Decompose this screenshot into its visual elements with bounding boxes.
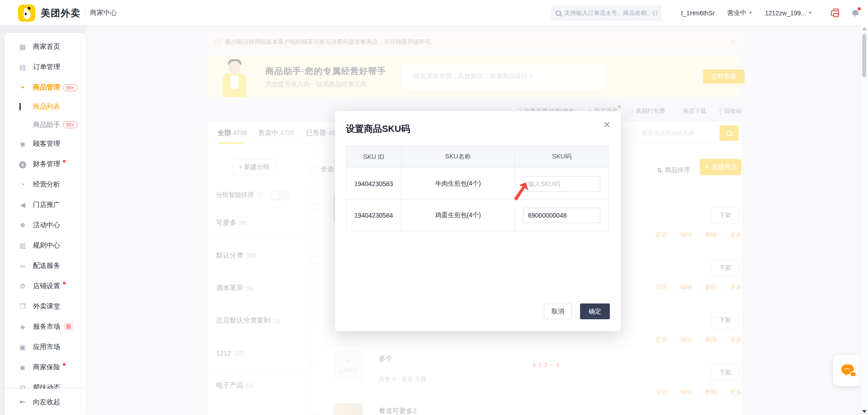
confirm-button[interactable]: 确定 [580,303,610,319]
username-text[interactable]: t_1Hm6thSr [681,9,715,17]
scroll-down-arrow-icon[interactable] [862,410,867,413]
search-icon [556,10,561,16]
document-icon: ▤ [18,63,27,71]
yen-coin-icon: ¥ [18,160,27,168]
sku-row: 19404230583 牛肉生煎包(4个) [346,168,609,199]
sidebar-item-service-market[interactable]: ◈ 服务市场 新 [5,317,86,337]
sidebar-item-insurance[interactable]: ◙ 商家保险 [5,357,86,378]
alert-dot [63,363,66,366]
store-switcher-dropdown[interactable]: 1212zw_199... [765,9,812,17]
sidebar-item-products[interactable]: ◓ 商品管理 99+ [5,77,86,98]
sku-id: 19404230583 [346,168,401,199]
sku-code-input[interactable] [523,208,600,223]
sidebar-item-classroom[interactable]: ❐ 外卖课堂 [5,296,86,317]
alert-dot [63,282,66,284]
global-search-input[interactable]: 支持输入订单流水号、商品名称、订单 [551,5,662,21]
global-search-placeholder: 支持输入订单流水号、商品名称、订单 [564,9,657,17]
business-status-dropdown[interactable]: 营业中 [727,9,752,17]
sku-table: SKU ID SKU名称 SKU码 19404230583 牛肉生煎包(4个) … [346,145,609,231]
sku-row: 19404230584 鸡蛋生煎包(4个) [346,199,609,231]
sku-table-header: SKU ID SKU名称 SKU码 [346,146,609,168]
app-window: 美团外卖 商家中心 支持输入订单流水号、商品名称、订单 t_1Hm6thSr 营… [0,0,868,415]
page-scrollbar[interactable] [860,26,868,415]
notification-bell[interactable] [851,9,860,18]
cloche-icon: ◓ [18,84,27,91]
pie-chart-icon: ◔ [18,181,27,188]
diamond-box-icon: ◈ [18,323,27,331]
sidebar-item-finance[interactable]: ¥ 财务管理 [5,154,86,174]
sku-id: 19404230584 [346,199,401,231]
sidebar-item-customers[interactable]: ◉ 顾客管理 [5,134,86,154]
brand-title: 美团外卖 [41,7,80,19]
book-icon: ❐ [18,303,27,311]
shield-icon: ◙ [18,364,27,371]
cancel-button[interactable]: 取消 [544,303,572,319]
portal-title: 商家中心 [90,9,117,17]
sidebar-item-home[interactable]: ▦ 商家首页 [5,37,86,57]
rulebook-icon: ▥ [18,242,27,250]
briefcase-icon: ▣ [18,343,27,351]
count-badge: 99+ [63,84,78,91]
new-tag-badge: 新 [64,322,74,331]
sidebar-item-app-market[interactable]: ▣ 应用市场 [5,337,86,357]
person-icon: ◉ [18,140,27,148]
collapse-left-icon: ⇤ [18,398,27,406]
printer-icon[interactable] [831,10,839,16]
scooter-icon: ∞ [18,262,27,270]
grid-icon: ▦ [18,43,27,51]
sidebar-nav: ▦ 商家首页 ▤ 订单管理 ◓ 商品管理 99+ 商品列表 商品助手 99+ ◉… [5,33,86,415]
red-pointer-arrow [512,182,530,201]
sidebar-item-activities[interactable]: ❖ 活动中心 [5,215,86,235]
sidebar-item-delivery[interactable]: ∞ 配送服务 [5,256,86,276]
bell-icon [852,10,859,15]
chat-bubbles-icon: ••• [841,364,857,377]
chevron-down-icon [808,12,812,14]
sku-modal: 设置商品SKU码 ✕ SKU ID SKU名称 SKU码 19404230583… [335,111,621,331]
sidebar-item-rules[interactable]: ▥ 规则中心 [5,235,86,256]
alert-dot [63,160,66,163]
notification-badge-dot [858,7,861,10]
gift-icon: ❖ [18,221,27,229]
sidebar-item-product-assistant[interactable]: 商品助手 99+ [5,116,86,134]
modal-close-icon[interactable]: ✕ [603,119,611,130]
sku-code-input[interactable] [523,176,600,191]
scrollbar-thumb[interactable] [862,34,866,77]
brand-divider [85,9,85,17]
sidebar-item-product-list[interactable]: 商品列表 [5,98,86,116]
top-header: 美团外卖 商家中心 支持输入订单流水号、商品名称、订单 t_1Hm6thSr 营… [0,0,868,26]
sidebar-item-promotion[interactable]: ◀ 门店推广 [5,195,86,215]
gear-icon: ⚙ [18,282,27,290]
modal-title: 设置商品SKU码 [346,123,410,135]
sku-name: 鸡蛋生煎包(4个) [401,199,515,231]
sidebar-item-orders[interactable]: ▤ 订单管理 [5,57,86,77]
sku-name: 牛肉生煎包(4个) [401,168,515,199]
sidebar-item-analytics[interactable]: ◔ 经营分析 [5,174,86,195]
meituan-logo-icon [18,5,35,22]
megaphone-icon: ◀ [18,201,27,209]
count-badge: 99+ [63,121,78,128]
sidebar-item-store-settings[interactable]: ⚙ 店铺设置 [5,276,86,296]
scroll-up-arrow-icon[interactable] [862,27,867,30]
sidebar-collapse-button[interactable]: ⇤ 向左收起 [5,389,86,415]
chevron-down-icon [749,12,752,14]
